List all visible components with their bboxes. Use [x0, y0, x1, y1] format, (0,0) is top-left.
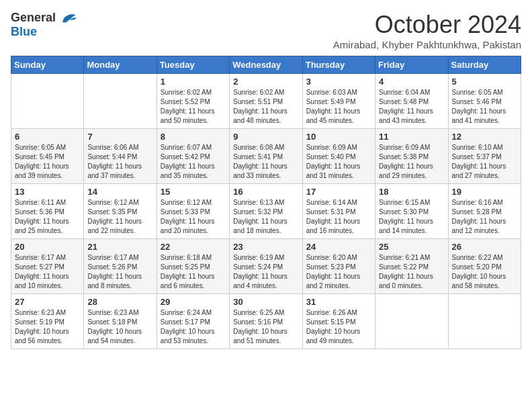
cell-content: Sunrise: 6:02 AM Sunset: 5:51 PM Dayligh…: [233, 88, 298, 126]
calendar-cell: [11, 74, 84, 129]
calendar-cell: 30Sunrise: 6:25 AM Sunset: 5:16 PM Dayli…: [230, 294, 302, 349]
calendar-cell: 3Sunrise: 6:03 AM Sunset: 5:49 PM Daylig…: [302, 74, 375, 129]
cell-content: Sunrise: 6:05 AM Sunset: 5:46 PM Dayligh…: [452, 88, 517, 126]
cell-content: Sunrise: 6:22 AM Sunset: 5:20 PM Dayligh…: [452, 253, 517, 291]
calendar-cell: 21Sunrise: 6:17 AM Sunset: 5:26 PM Dayli…: [84, 239, 157, 294]
cell-content: Sunrise: 6:10 AM Sunset: 5:37 PM Dayligh…: [452, 143, 517, 181]
calendar-cell: 20Sunrise: 6:17 AM Sunset: 5:27 PM Dayli…: [11, 239, 84, 294]
calendar-cell: 17Sunrise: 6:14 AM Sunset: 5:31 PM Dayli…: [302, 184, 375, 239]
cell-content: Sunrise: 6:17 AM Sunset: 5:26 PM Dayligh…: [87, 253, 152, 291]
page-header: General Blue October 2024 Amirabad, Khyb…: [11, 11, 521, 50]
weekday-header-tuesday: Tuesday: [157, 56, 229, 74]
day-number: 16: [233, 187, 298, 197]
cell-content: Sunrise: 6:25 AM Sunset: 5:16 PM Dayligh…: [233, 308, 298, 346]
day-number: 25: [379, 242, 444, 252]
calendar-cell: 24Sunrise: 6:20 AM Sunset: 5:23 PM Dayli…: [302, 239, 375, 294]
cell-content: Sunrise: 6:19 AM Sunset: 5:24 PM Dayligh…: [233, 253, 298, 291]
day-number: 3: [306, 77, 371, 87]
calendar-cell: [375, 294, 448, 349]
day-number: 20: [15, 242, 80, 252]
calendar-week-row: 20Sunrise: 6:17 AM Sunset: 5:27 PM Dayli…: [11, 239, 521, 294]
cell-content: Sunrise: 6:03 AM Sunset: 5:49 PM Dayligh…: [306, 88, 371, 126]
logo: General Blue: [11, 11, 77, 39]
day-number: 27: [15, 297, 80, 307]
day-number: 1: [161, 77, 226, 87]
calendar-week-row: 13Sunrise: 6:11 AM Sunset: 5:36 PM Dayli…: [11, 184, 521, 239]
calendar-cell: 13Sunrise: 6:11 AM Sunset: 5:36 PM Dayli…: [11, 184, 84, 239]
location-subtitle: Amirabad, Khyber Pakhtunkhwa, Pakistan: [333, 39, 521, 50]
logo-blue-text: Blue: [11, 25, 37, 39]
day-number: 21: [87, 242, 152, 252]
calendar-cell: 1Sunrise: 6:02 AM Sunset: 5:52 PM Daylig…: [157, 74, 229, 129]
day-number: 12: [452, 132, 517, 142]
day-number: 28: [87, 297, 152, 307]
day-number: 15: [161, 187, 226, 197]
weekday-header-saturday: Saturday: [448, 56, 521, 74]
cell-content: Sunrise: 6:15 AM Sunset: 5:30 PM Dayligh…: [379, 198, 444, 236]
calendar-cell: 23Sunrise: 6:19 AM Sunset: 5:24 PM Dayli…: [230, 239, 302, 294]
cell-content: Sunrise: 6:12 AM Sunset: 5:35 PM Dayligh…: [87, 198, 152, 236]
calendar-cell: 14Sunrise: 6:12 AM Sunset: 5:35 PM Dayli…: [84, 184, 157, 239]
day-number: 7: [87, 132, 152, 142]
calendar-cell: [448, 294, 521, 349]
cell-content: Sunrise: 6:17 AM Sunset: 5:27 PM Dayligh…: [15, 253, 80, 291]
day-number: 29: [161, 297, 226, 307]
day-number: 6: [15, 132, 80, 142]
calendar-table: SundayMondayTuesdayWednesdayThursdayFrid…: [11, 56, 521, 349]
calendar-cell: 4Sunrise: 6:04 AM Sunset: 5:48 PM Daylig…: [375, 74, 448, 129]
calendar-week-row: 1Sunrise: 6:02 AM Sunset: 5:52 PM Daylig…: [11, 74, 521, 129]
cell-content: Sunrise: 6:09 AM Sunset: 5:40 PM Dayligh…: [306, 143, 371, 181]
day-number: 8: [161, 132, 226, 142]
cell-content: Sunrise: 6:16 AM Sunset: 5:28 PM Dayligh…: [452, 198, 517, 236]
calendar-cell: 22Sunrise: 6:18 AM Sunset: 5:25 PM Dayli…: [157, 239, 229, 294]
cell-content: Sunrise: 6:14 AM Sunset: 5:31 PM Dayligh…: [306, 198, 371, 236]
day-number: 18: [379, 187, 444, 197]
cell-content: Sunrise: 6:11 AM Sunset: 5:36 PM Dayligh…: [15, 198, 80, 236]
title-area: October 2024 Amirabad, Khyber Pakhtunkhw…: [333, 11, 521, 50]
calendar-cell: 31Sunrise: 6:26 AM Sunset: 5:15 PM Dayli…: [302, 294, 375, 349]
month-title: October 2024: [333, 11, 521, 39]
calendar-cell: 2Sunrise: 6:02 AM Sunset: 5:51 PM Daylig…: [230, 74, 302, 129]
day-number: 24: [306, 242, 371, 252]
day-number: 9: [233, 132, 298, 142]
cell-content: Sunrise: 6:09 AM Sunset: 5:38 PM Dayligh…: [379, 143, 444, 181]
day-number: 17: [306, 187, 371, 197]
calendar-cell: 8Sunrise: 6:07 AM Sunset: 5:42 PM Daylig…: [157, 129, 229, 184]
cell-content: Sunrise: 6:26 AM Sunset: 5:15 PM Dayligh…: [306, 308, 371, 346]
cell-content: Sunrise: 6:24 AM Sunset: 5:17 PM Dayligh…: [161, 308, 226, 346]
calendar-cell: 6Sunrise: 6:05 AM Sunset: 5:45 PM Daylig…: [11, 129, 84, 184]
calendar-cell: 27Sunrise: 6:23 AM Sunset: 5:19 PM Dayli…: [11, 294, 84, 349]
logo-general-text: General: [11, 11, 56, 25]
day-number: 2: [233, 77, 298, 87]
cell-content: Sunrise: 6:21 AM Sunset: 5:22 PM Dayligh…: [379, 253, 444, 291]
weekday-header-monday: Monday: [84, 56, 157, 74]
cell-content: Sunrise: 6:23 AM Sunset: 5:18 PM Dayligh…: [87, 308, 152, 346]
day-number: 22: [161, 242, 226, 252]
calendar-cell: [84, 74, 157, 129]
calendar-cell: 11Sunrise: 6:09 AM Sunset: 5:38 PM Dayli…: [375, 129, 448, 184]
day-number: 31: [306, 297, 371, 307]
calendar-cell: 25Sunrise: 6:21 AM Sunset: 5:22 PM Dayli…: [375, 239, 448, 294]
cell-content: Sunrise: 6:20 AM Sunset: 5:23 PM Dayligh…: [306, 253, 371, 291]
day-number: 26: [452, 242, 517, 252]
day-number: 30: [233, 297, 298, 307]
cell-content: Sunrise: 6:04 AM Sunset: 5:48 PM Dayligh…: [379, 88, 444, 126]
cell-content: Sunrise: 6:12 AM Sunset: 5:33 PM Dayligh…: [161, 198, 226, 236]
calendar-cell: 28Sunrise: 6:23 AM Sunset: 5:18 PM Dayli…: [84, 294, 157, 349]
day-number: 13: [15, 187, 80, 197]
calendar-cell: 29Sunrise: 6:24 AM Sunset: 5:17 PM Dayli…: [157, 294, 229, 349]
day-number: 14: [87, 187, 152, 197]
calendar-cell: 15Sunrise: 6:12 AM Sunset: 5:33 PM Dayli…: [157, 184, 229, 239]
cell-content: Sunrise: 6:08 AM Sunset: 5:41 PM Dayligh…: [233, 143, 298, 181]
cell-content: Sunrise: 6:18 AM Sunset: 5:25 PM Dayligh…: [161, 253, 226, 291]
calendar-week-row: 27Sunrise: 6:23 AM Sunset: 5:19 PM Dayli…: [11, 294, 521, 349]
day-number: 23: [233, 242, 298, 252]
day-number: 4: [379, 77, 444, 87]
day-number: 10: [306, 132, 371, 142]
calendar-week-row: 6Sunrise: 6:05 AM Sunset: 5:45 PM Daylig…: [11, 129, 521, 184]
calendar-cell: 18Sunrise: 6:15 AM Sunset: 5:30 PM Dayli…: [375, 184, 448, 239]
calendar-cell: 9Sunrise: 6:08 AM Sunset: 5:41 PM Daylig…: [230, 129, 302, 184]
calendar-cell: 10Sunrise: 6:09 AM Sunset: 5:40 PM Dayli…: [302, 129, 375, 184]
weekday-header-thursday: Thursday: [302, 56, 375, 74]
weekday-header-sunday: Sunday: [11, 56, 84, 74]
